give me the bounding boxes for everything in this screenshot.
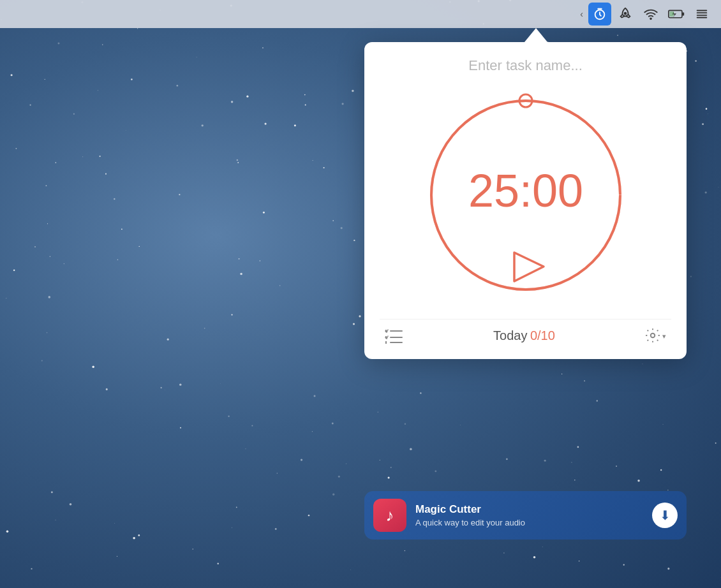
checklist-icon (385, 327, 404, 344)
bottom-bar: Today 0/10 ▾ (380, 319, 671, 346)
timer-circle-container: 25:00 (380, 87, 671, 304)
svg-point-2 (650, 18, 651, 19)
menubar-timer-icon[interactable] (588, 3, 611, 26)
download-button[interactable]: ⬇ (652, 503, 678, 528)
settings-button[interactable]: ▾ (644, 327, 666, 344)
notification-title: Magic Cutter (415, 503, 643, 516)
app-icon-symbol: ♪ (386, 506, 394, 526)
svg-rect-5 (669, 11, 674, 17)
svg-point-1 (625, 13, 627, 15)
menubar-menu-icon[interactable] (690, 3, 713, 26)
today-stats: Today 0/10 (493, 328, 555, 343)
notification-subtitle: A quick way to edit your audio (415, 518, 643, 527)
notification-text: Magic Cutter A quick way to edit your au… (415, 503, 643, 527)
svg-rect-4 (682, 13, 684, 16)
menubar-wifi-icon[interactable] (639, 3, 662, 26)
menubar: ‹ (0, 0, 721, 28)
task-name-input[interactable] (380, 57, 671, 74)
gear-icon (644, 327, 661, 344)
app-icon: ♪ (373, 499, 406, 532)
tasks-list-button[interactable] (385, 327, 404, 344)
svg-point-19 (651, 334, 655, 338)
download-icon: ⬇ (660, 508, 671, 523)
timer-popup: 25:00 (364, 42, 687, 359)
menubar-rocket-icon[interactable] (614, 3, 637, 26)
timer-svg: 25:00 (417, 87, 634, 304)
timer-display: 25:00 (468, 165, 583, 216)
notification-banner: ♪ Magic Cutter A quick way to edit your … (364, 491, 687, 540)
play-button[interactable] (514, 253, 544, 281)
today-label: Today (493, 328, 527, 342)
menubar-battery-icon[interactable] (665, 3, 688, 26)
popup-arrow (524, 28, 547, 42)
today-count: 0/10 (530, 328, 555, 342)
menubar-chevron-icon[interactable]: ‹ (580, 9, 583, 19)
task-input-area (380, 57, 671, 74)
gear-chevron-icon: ▾ (662, 332, 666, 341)
